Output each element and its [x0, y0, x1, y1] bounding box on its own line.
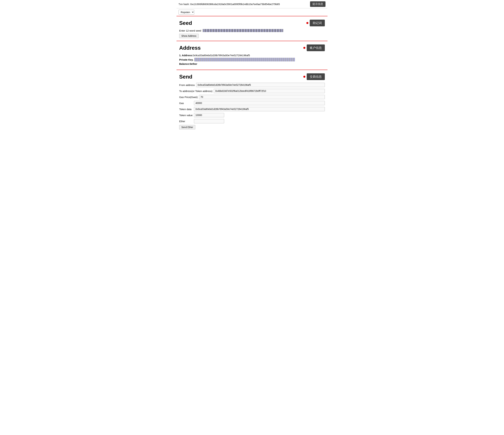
seed-section-title: Seed [179, 20, 192, 26]
send-section-title: Send [179, 74, 192, 80]
balance-label: Balance: [179, 63, 190, 65]
from-address-label: From address [179, 84, 195, 86]
send-ether-button[interactable]: Send Ether [179, 125, 195, 129]
balance-value: 0ether [190, 63, 197, 65]
private-key-label: Private Key. [179, 58, 193, 61]
token-data-row: Token data [179, 107, 325, 111]
address-address-line: 1. Address:0x9ca53a80ebd1d28b78f43a50e74… [179, 54, 325, 57]
seed-section-header: Seed 助记词 [179, 20, 325, 26]
token-value-row: Token value [179, 113, 325, 117]
from-address-row: From address [179, 83, 325, 87]
network-select[interactable]: Ropsten Mainnet Rinkeby Kovan [179, 10, 194, 15]
ether-row: Ether [179, 119, 325, 123]
private-key-dots [194, 58, 295, 61]
address-red-dot [303, 47, 305, 49]
gas-input[interactable] [194, 101, 325, 105]
txn-hash-text: Txn hash: 0xc2c906fd6606388cda1918a0c590… [179, 3, 308, 6]
send-section: Send 交易信息 From address To address(or Tok… [177, 70, 327, 132]
seed-input-row: Enter 12-word seed [179, 29, 325, 32]
private-key-line: Private Key. [179, 58, 325, 61]
send-badge: 交易信息 [307, 73, 325, 80]
send-section-header: Send 交易信息 [179, 73, 325, 80]
gas-row: Gas [179, 101, 325, 105]
address-section-header: Address 账户信息 [179, 45, 325, 51]
seed-input-label: Enter 12-word seed [179, 29, 201, 32]
seed-blurred-visual [203, 29, 283, 32]
token-value-input[interactable] [194, 113, 224, 117]
gas-price-row: Gas Price(Gwei) [179, 95, 325, 99]
address-badge: 账户信息 [307, 45, 325, 51]
gas-price-input[interactable] [199, 95, 325, 99]
token-data-input[interactable] [194, 107, 325, 111]
address-item: 1. Address:0x9ca53a80ebd1d28b78f43a50e74… [179, 54, 325, 65]
send-red-dot [303, 76, 305, 78]
token-data-label: Token data [179, 108, 193, 111]
network-bar: Ropsten Mainnet Rinkeby Kovan [177, 8, 327, 16]
txn-bar: Txn hash: 0xc2c906fd6606388cda1918a0c590… [177, 0, 327, 8]
to-address-input[interactable] [214, 89, 325, 93]
address-value: 0x9ca53a80ebd1d28b78f43a50e74e527284196a… [193, 54, 250, 57]
ether-input[interactable] [194, 119, 224, 123]
from-address-input[interactable] [196, 83, 325, 87]
gas-label: Gas [179, 102, 193, 105]
show-address-button[interactable]: Show Address [179, 34, 199, 38]
balance-line: Balance:0ether [179, 63, 325, 65]
address-section-title: Address [179, 45, 201, 51]
token-value-label: Token value [179, 114, 193, 117]
txn-tooltip-badge: 提示信息 [310, 1, 325, 7]
send-badge-area: 交易信息 [303, 73, 325, 80]
address-section: Address 账户信息 1. Address:0x9ca53a80ebd1d2… [177, 41, 327, 70]
txn-hash-value: 0xc2c906fd6606388cda1918a0c5901a6995f9b1… [190, 3, 280, 6]
to-address-label: To address(or Token address) [179, 90, 212, 92]
seed-badge-area: 助记词 [306, 20, 325, 26]
address-badge-area: 账户信息 [303, 45, 325, 51]
seed-section: Seed 助记词 Enter 12-word seed Show Address [177, 16, 327, 41]
seed-red-dot [306, 22, 308, 24]
to-address-row: To address(or Token address) [179, 89, 325, 93]
txn-hash-label: Txn hash: [179, 3, 189, 6]
gas-price-label: Gas Price(Gwei) [179, 96, 198, 99]
seed-badge: 助记词 [310, 20, 325, 26]
ether-label: Ether [179, 120, 193, 123]
